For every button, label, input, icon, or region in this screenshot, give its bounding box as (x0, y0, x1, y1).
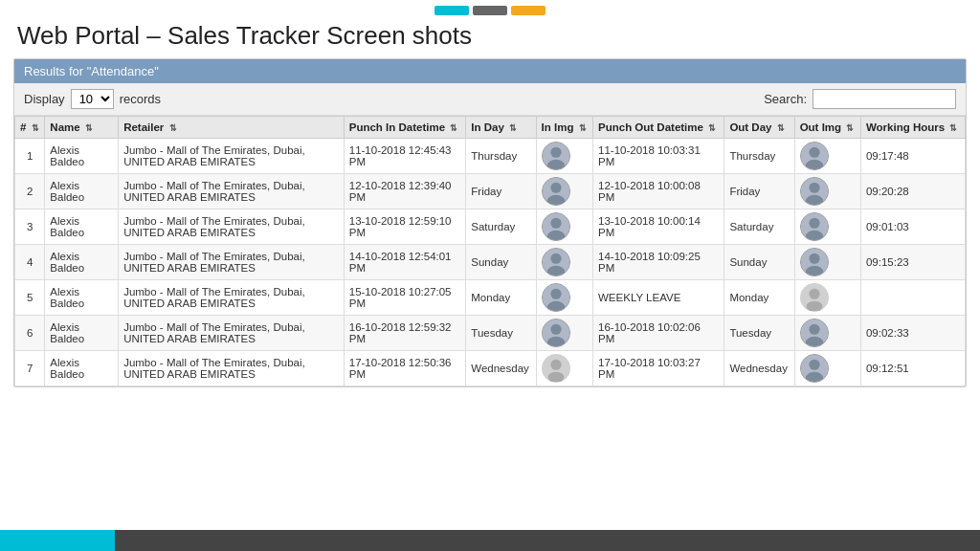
svg-point-19 (550, 253, 561, 264)
cell-retailer: Jumbo - Mall of The Emirates, Dubai, UNI… (119, 316, 345, 351)
cell-num: 4 (15, 245, 45, 280)
svg-point-22 (809, 253, 819, 264)
table-row: 2 Alexis Baldeo Jumbo - Mall of The Emir… (15, 174, 966, 209)
cell-workhours: 09:12:51 (860, 351, 965, 386)
cell-name: Alexis Baldeo (45, 245, 119, 280)
cell-name: Alexis Baldeo (45, 351, 119, 386)
cell-outimg (794, 280, 860, 316)
table-row: 6 Alexis Baldeo Jumbo - Mall of The Emir… (15, 316, 966, 351)
cell-name: Alexis Baldeo (45, 209, 119, 245)
col-inimg[interactable]: In Img ⇅ (536, 117, 592, 139)
cell-inday: Saturday (466, 209, 536, 245)
cell-punchin: 15-10-2018 10:27:05 PM (344, 280, 466, 316)
cell-num: 1 (15, 139, 45, 174)
col-name[interactable]: Name ⇅ (45, 117, 119, 139)
cell-retailer: Jumbo - Mall of The Emirates, Dubai, UNI… (119, 174, 345, 209)
orange-shape (511, 6, 546, 15)
table-row: 1 Alexis Baldeo Jumbo - Mall of The Emir… (15, 139, 966, 174)
cell-num: 2 (15, 174, 45, 209)
results-header: Results for "Attendance" (14, 59, 966, 83)
search-controls: Search: (764, 89, 956, 109)
cell-num: 3 (15, 209, 45, 245)
svg-point-36 (547, 372, 564, 382)
cell-outday: Wednesday (724, 351, 794, 386)
table-body: 1 Alexis Baldeo Jumbo - Mall of The Emir… (15, 139, 966, 386)
cell-outday: Saturday (724, 209, 794, 245)
cell-inday: Wednesday (466, 351, 536, 386)
cell-punchin: 16-10-2018 12:59:32 PM (344, 316, 466, 351)
search-label: Search: (764, 92, 807, 106)
cell-workhours: 09:15:23 (860, 245, 965, 280)
cell-punchout: 17-10-2018 10:03:27 PM (593, 351, 724, 386)
cell-retailer: Jumbo - Mall of The Emirates, Dubai, UNI… (119, 351, 345, 386)
display-controls: Display 10 25 50 records (24, 89, 161, 109)
cell-inday: Tuesday (466, 316, 536, 351)
top-decorative-bar (0, 0, 980, 17)
svg-point-13 (550, 218, 561, 229)
col-outimg[interactable]: Out Img ⇅ (794, 117, 860, 139)
cell-workhours: 09:17:48 (860, 139, 965, 174)
svg-point-38 (809, 360, 819, 370)
cell-inimg (536, 174, 592, 209)
table-row: 4 Alexis Baldeo Jumbo - Mall of The Emir… (15, 245, 966, 280)
col-punchin[interactable]: Punch In Datetime ⇅ (344, 117, 466, 139)
svg-point-1 (550, 147, 561, 158)
svg-point-10 (809, 183, 819, 193)
cell-num: 6 (15, 316, 45, 351)
cell-outimg (794, 351, 860, 386)
cell-outday: Friday (724, 174, 794, 209)
cell-outday: Tuesday (724, 316, 794, 351)
cell-outimg (794, 245, 860, 280)
cell-inimg (536, 245, 592, 280)
cell-retailer: Jumbo - Mall of The Emirates, Dubai, UNI… (119, 280, 345, 316)
col-inday[interactable]: In Day ⇅ (466, 117, 536, 139)
cell-outday: Monday (724, 280, 794, 316)
cell-punchout: WEEKLY LEAVE (593, 280, 724, 316)
svg-point-28 (806, 301, 822, 311)
display-select[interactable]: 10 25 50 (71, 89, 114, 109)
search-input[interactable] (813, 89, 956, 109)
svg-point-25 (550, 289, 561, 299)
table-header-row: # ⇅ Name ⇅ Retailer ⇅ Punch In Datetime … (15, 117, 966, 139)
cell-retailer: Jumbo - Mall of The Emirates, Dubai, UNI… (119, 245, 345, 280)
cell-inday: Thursday (466, 139, 536, 174)
cell-outimg (794, 139, 860, 174)
bottom-dark (115, 530, 980, 551)
svg-point-35 (550, 360, 561, 370)
col-workhours[interactable]: Working Hours ⇅ (860, 117, 965, 139)
col-outday[interactable]: Out Day ⇅ (724, 117, 794, 139)
attendance-table: # ⇅ Name ⇅ Retailer ⇅ Punch In Datetime … (14, 116, 966, 386)
col-num[interactable]: # ⇅ (15, 117, 45, 139)
cell-workhours: 09:20:28 (860, 174, 965, 209)
cell-punchout: 12-10-2018 10:00:08 PM (593, 174, 724, 209)
cell-inimg (536, 209, 592, 245)
gray-shape (473, 6, 507, 15)
cell-outimg (794, 174, 860, 209)
cell-num: 7 (15, 351, 45, 386)
cell-inimg (536, 139, 592, 174)
cell-punchout: 13-10-2018 10:00:14 PM (593, 209, 724, 245)
cell-outday: Sunday (724, 245, 794, 280)
cell-num: 5 (15, 280, 45, 316)
cell-retailer: Jumbo - Mall of The Emirates, Dubai, UNI… (119, 139, 345, 174)
page-title: Web Portal – Sales Tracker Screen shots (0, 17, 980, 58)
svg-point-33 (809, 324, 819, 335)
col-retailer[interactable]: Retailer ⇅ (119, 117, 345, 139)
cell-name: Alexis Baldeo (45, 139, 119, 174)
bottom-teal (0, 530, 115, 551)
cell-outday: Thursday (724, 139, 794, 174)
cell-punchin: 13-10-2018 12:59:10 PM (344, 209, 466, 245)
col-punchout[interactable]: Punch Out Datetime ⇅ (593, 117, 724, 139)
cell-inday: Monday (466, 280, 536, 316)
cell-punchout: 16-10-2018 10:02:06 PM (593, 316, 724, 351)
records-label: records (120, 92, 161, 106)
cell-punchout: 11-10-2018 10:03:31 PM (593, 139, 724, 174)
svg-point-27 (809, 289, 819, 299)
cell-name: Alexis Baldeo (45, 174, 119, 209)
cell-inimg (536, 280, 592, 316)
svg-point-30 (550, 324, 561, 335)
table-row: 7 Alexis Baldeo Jumbo - Mall of The Emir… (15, 351, 966, 386)
cell-outimg (794, 209, 860, 245)
main-container: Results for "Attendance" Display 10 25 5… (13, 58, 967, 387)
cell-inday: Friday (466, 174, 536, 209)
